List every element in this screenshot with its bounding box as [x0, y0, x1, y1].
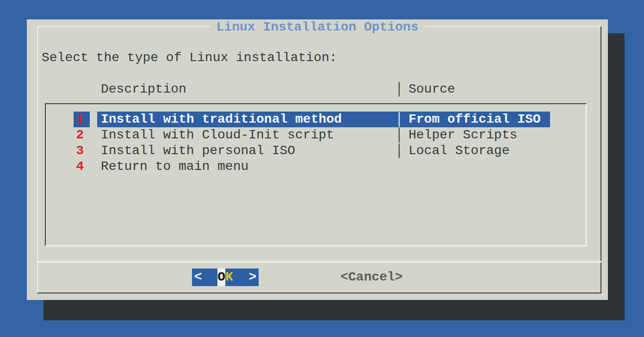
- menu-item-install-cloud-init[interactable]: 2 Install with Cloud-Init script │ Helpe…: [46, 127, 586, 143]
- menu-item-return-main-menu[interactable]: 4 Return to main menu: [46, 159, 586, 175]
- button-area-separator-line: [37, 261, 601, 262]
- cancel-button[interactable]: <Cancel>: [341, 269, 402, 285]
- menu-item-tag: 4: [76, 159, 84, 175]
- menu-item-source: From official ISO: [409, 112, 541, 127]
- description-column-header: Description: [101, 81, 186, 97]
- source-column-header: Source: [409, 81, 455, 97]
- ok-bracket-right: >: [233, 268, 256, 286]
- menu-listbox[interactable]: 1 Install with traditional method │ From…: [45, 103, 587, 246]
- ok-button[interactable]: < O K >: [192, 268, 259, 286]
- column-separator-icon: │: [395, 127, 403, 143]
- installation-options-dialog: Linux Installation Options Select the ty…: [27, 19, 608, 300]
- ok-bracket-left: <: [194, 268, 217, 286]
- menu-item-description: Install with personal ISO: [101, 143, 295, 159]
- column-separator-icon: │: [395, 143, 403, 159]
- dialog-title: Linux Installation Options: [27, 20, 608, 35]
- menu-item-tag: 1: [76, 112, 84, 127]
- prompt-text: Select the type of Linux installation:: [42, 50, 337, 66]
- menu-item-tag: 2: [76, 127, 84, 143]
- terminal-screen: Linux Installation Options Select the ty…: [0, 0, 644, 337]
- menu-item-source: Helper Scripts: [409, 127, 517, 143]
- ok-hotkey-char: K: [225, 268, 233, 286]
- menu-item-source: Local Storage: [409, 143, 509, 159]
- ok-cursor-char: O: [217, 268, 225, 286]
- menu-item-install-traditional[interactable]: 1 Install with traditional method │ From…: [46, 112, 586, 127]
- menu-item-description: Return to main menu: [101, 159, 248, 175]
- menu-item-tag: 3: [76, 143, 84, 159]
- column-headers: Description │ Source: [27, 81, 608, 97]
- menu-item-description: Install with Cloud-Init script: [101, 127, 334, 143]
- dialog-title-text: Linux Installation Options: [210, 20, 425, 34]
- menu-item-install-personal-iso[interactable]: 3 Install with personal ISO │ Local Stor…: [46, 143, 586, 159]
- column-separator-icon: │: [395, 112, 403, 127]
- menu-item-description: Install with traditional method: [101, 112, 342, 127]
- column-separator-icon: │: [395, 81, 403, 97]
